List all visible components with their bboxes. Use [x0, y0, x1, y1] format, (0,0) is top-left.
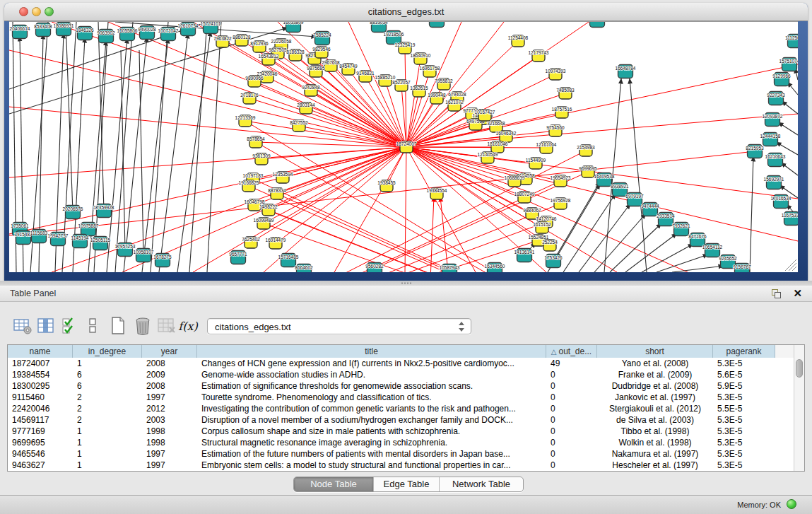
table-cell[interactable]: Estimation of significance thresholds fo…	[197, 380, 546, 392]
table-cell[interactable]: 6	[73, 380, 142, 392]
table-row[interactable]: 1830029562008Estimation of significance …	[8, 380, 794, 392]
table-row[interactable]: 2242004622012Investigating the contribut…	[8, 403, 794, 414]
table-cell[interactable]: 5.3E-5	[713, 358, 775, 369]
window-titlebar[interactable]: citations_edges.txt	[4, 3, 808, 21]
graph-edge[interactable]	[405, 147, 406, 272]
table-cell[interactable]: 9699695	[8, 437, 73, 448]
column-header-pagerank[interactable]: pagerank	[713, 345, 775, 358]
tab-node-table[interactable]: Node Table	[294, 477, 373, 491]
table-cell[interactable]: Embryonic stem cells: a model to study s…	[197, 460, 546, 471]
table-cell[interactable]: 5.3E-5	[713, 414, 775, 426]
graph-node[interactable]	[430, 22, 445, 28]
table-cell[interactable]: 0	[546, 369, 597, 380]
table-cell[interactable]: 5.3E-5	[713, 392, 775, 403]
table-cell[interactable]: Dudbridge et al. (2008)	[597, 380, 713, 392]
table-row[interactable]: 1456911722003Disruption of a novel membe…	[8, 414, 794, 426]
table-cell[interactable]: 6	[73, 369, 142, 380]
column-header-title[interactable]: title	[197, 345, 546, 358]
select-column-button[interactable]	[35, 315, 57, 337]
table-cell[interactable]: 0	[546, 437, 597, 448]
graph-edge[interactable]	[249, 98, 406, 147]
graph-edge[interactable]	[66, 22, 73, 212]
table-cell[interactable]: 5.3E-5	[713, 426, 775, 437]
table-row[interactable]: 946554611997Estimation of the future num…	[8, 448, 794, 460]
table-row[interactable]: 911546021997Tourette syndrome. Phenomeno…	[8, 392, 794, 403]
table-cell[interactable]: Stergiakouli et al. (2012)	[597, 403, 713, 414]
table-row[interactable]: 1938455462009Genome-wide association stu…	[8, 369, 794, 380]
table-cell[interactable]: Disruption of a novel member of a sodium…	[197, 414, 546, 426]
graph-edge[interactable]	[750, 156, 753, 272]
table-cell[interactable]: 18724007	[8, 358, 73, 369]
graph-edge[interactable]	[594, 214, 646, 272]
graph-edge[interactable]	[121, 50, 125, 250]
delete-table-button-disabled[interactable]	[156, 315, 177, 337]
table-cell[interactable]: de Silva et al. (2003)	[597, 414, 713, 426]
graph-edge[interactable]	[781, 163, 798, 175]
table-cell[interactable]: Tibbo et al. (1998)	[597, 426, 713, 437]
graph-edge[interactable]	[630, 78, 647, 272]
new-table-button[interactable]	[107, 315, 129, 337]
close-panel-icon[interactable]: ✕	[793, 287, 802, 300]
table-cell[interactable]: Changes of HCN gene expression and I(f) …	[197, 358, 546, 369]
table-cell[interactable]: Tourette syndrome. Phenomenology and cla…	[197, 392, 546, 403]
table-cell[interactable]: 5.3E-5	[713, 437, 775, 448]
graph-edge[interactable]	[406, 64, 798, 147]
graph-edge[interactable]	[334, 147, 406, 272]
table-cell[interactable]: 1997	[142, 460, 197, 471]
canvas-resize-grip-icon[interactable]	[785, 259, 796, 271]
memory-status-indicator[interactable]	[787, 499, 796, 509]
column-header-out_de[interactable]: △out_de...	[546, 345, 597, 358]
table-cell[interactable]: Genome-wide association studies in ADHD.	[197, 369, 546, 380]
tab-edge-table[interactable]: Edge Table	[373, 477, 439, 491]
table-row[interactable]: 969969511998Structural magnetic resonanc…	[8, 437, 794, 448]
table-cell[interactable]: Estimation of the future numbers of pati…	[197, 448, 546, 460]
table-cell[interactable]: 2	[73, 392, 142, 403]
table-row[interactable]: 1872400712008Changes of HCN gene express…	[8, 358, 794, 369]
column-header-in_degree[interactable]: in_degree	[73, 345, 142, 358]
table-cell[interactable]: 0	[546, 448, 597, 460]
table-cell[interactable]: 5.6E-5	[713, 369, 775, 380]
column-header-short[interactable]: short	[597, 345, 713, 358]
table-cell[interactable]: 0	[546, 380, 597, 392]
graph-edge[interactable]	[267, 77, 406, 147]
table-cell[interactable]: 22420046	[8, 403, 73, 414]
table-cell[interactable]: 1	[73, 426, 142, 437]
table-cell[interactable]: 1997	[142, 448, 197, 460]
table-cell[interactable]: 1998	[142, 437, 197, 448]
tab-network-table[interactable]: Network Table	[439, 477, 523, 491]
graph-edge[interactable]	[406, 147, 798, 241]
table-cell[interactable]: 0	[546, 403, 597, 414]
column-header-year[interactable]: year	[142, 345, 197, 358]
graph-edge[interactable]	[440, 197, 456, 272]
graph-edge[interactable]	[207, 22, 221, 272]
graph-edge[interactable]	[553, 182, 600, 261]
table-cell[interactable]: 0	[546, 414, 597, 426]
graph-edge[interactable]	[151, 22, 168, 272]
show-rows-button[interactable]	[82, 315, 103, 337]
graph-edge[interactable]	[406, 114, 798, 147]
table-cell[interactable]: Structural magnetic resonance image aver…	[197, 437, 546, 448]
table-cell[interactable]: Wolkin et al. (1998)	[597, 437, 713, 448]
table-cell[interactable]: 2	[73, 403, 142, 414]
graph-edge[interactable]	[177, 31, 211, 272]
table-cell[interactable]: 5.5E-5	[713, 403, 775, 414]
graph-edge[interactable]	[406, 59, 420, 147]
table-cell[interactable]: 9115460	[8, 392, 73, 403]
graph-edge[interactable]	[778, 122, 798, 135]
graph-edge[interactable]	[159, 33, 188, 272]
graph-edge[interactable]	[782, 101, 798, 114]
table-cell[interactable]: Corpus callosum shape and size in male p…	[197, 426, 546, 437]
table-cell[interactable]: Hescheler et al. (1997)	[597, 460, 713, 471]
table-cell[interactable]: Yano et al. (2008)	[597, 358, 713, 369]
table-cell[interactable]: 0	[546, 460, 597, 471]
table-cell[interactable]: 2012	[142, 403, 197, 414]
select-rows-button[interactable]	[59, 315, 81, 337]
table-cell[interactable]: 1998	[142, 426, 197, 437]
table-cell[interactable]: 1997	[142, 392, 197, 403]
table-cell[interactable]: Investigating the contribution of common…	[197, 403, 546, 414]
table-row[interactable]: 977716911998Corpus callosum shape and si…	[8, 426, 794, 437]
graph-node[interactable]	[590, 22, 605, 28]
table-cell[interactable]: 0	[546, 392, 597, 403]
delete-rows-button[interactable]	[132, 315, 153, 337]
table-cell[interactable]: 0	[546, 426, 597, 437]
